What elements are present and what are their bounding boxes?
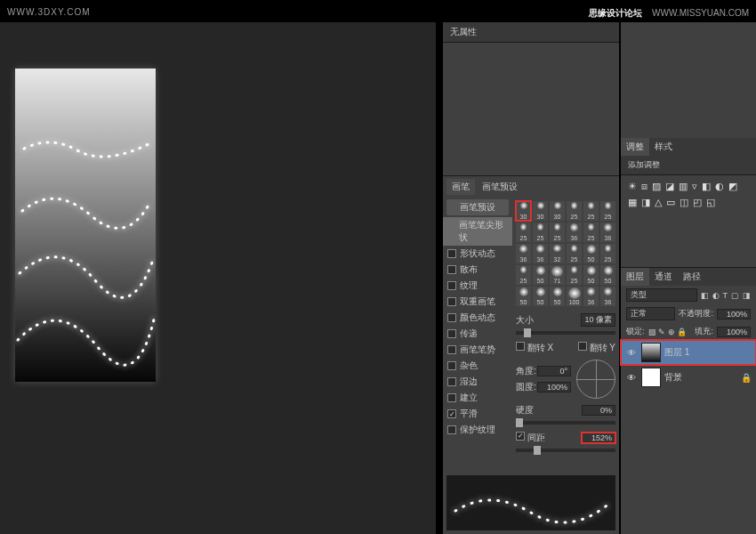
brush-option[interactable]: 保护纹理 xyxy=(443,422,512,438)
flipy-checkbox[interactable] xyxy=(578,342,587,351)
option-checkbox[interactable] xyxy=(447,281,456,290)
option-checkbox[interactable] xyxy=(447,361,456,370)
brush-tip-cell[interactable]: 50 xyxy=(533,265,548,285)
angle-value[interactable]: 0° xyxy=(537,366,571,376)
option-checkbox[interactable] xyxy=(447,409,456,418)
brush-tip-cell[interactable]: 30 xyxy=(550,201,565,221)
tab-adjustments[interactable]: 调整 xyxy=(621,138,649,156)
brush-tip-cell[interactable]: 25 xyxy=(516,222,531,242)
brush-tip-cell[interactable]: 25 xyxy=(533,222,548,242)
brush-tip-cell[interactable]: 36 xyxy=(516,244,531,263)
adjustment-icon[interactable]: ◨ xyxy=(641,197,650,208)
brush-tip-cell[interactable]: 50 xyxy=(533,287,548,306)
hardness-slider[interactable] xyxy=(516,421,615,425)
adjustment-icon[interactable]: ▦ xyxy=(628,197,637,208)
adjustment-icon[interactable]: ◩ xyxy=(728,181,737,192)
layer-filter-kind[interactable]: 类型 xyxy=(626,288,697,302)
filter-icon[interactable]: T xyxy=(723,291,728,300)
tab-paths[interactable]: 路径 xyxy=(678,268,706,286)
spacing-value[interactable]: 152% xyxy=(582,433,615,443)
brush-tip-cell[interactable]: 25 xyxy=(567,265,582,285)
brush-tip-cell[interactable]: 36 xyxy=(600,287,615,306)
adjustment-icon[interactable]: △ xyxy=(655,197,662,208)
spacing-slider[interactable] xyxy=(516,449,615,452)
adjustment-icon[interactable]: ☀ xyxy=(628,181,637,192)
option-checkbox[interactable] xyxy=(447,313,456,322)
brush-preset-button[interactable]: 画笔预设 xyxy=(446,199,509,215)
blend-mode-select[interactable]: 正常 xyxy=(626,307,675,320)
option-checkbox[interactable] xyxy=(447,425,456,434)
brush-option[interactable]: 画笔笔尖形状 xyxy=(443,217,512,246)
layer-thumbnail[interactable] xyxy=(641,368,661,387)
size-value[interactable]: 10 像素 xyxy=(581,313,615,327)
brush-tip-cell[interactable]: 25 xyxy=(550,222,565,242)
filter-icon[interactable]: ◧ xyxy=(701,291,709,300)
brush-tip-cell[interactable]: 30 xyxy=(533,201,548,221)
layer-row-1[interactable]: 👁 图层 1 xyxy=(621,340,756,365)
brush-tip-cell[interactable]: 36 xyxy=(583,287,599,306)
adjustment-icon[interactable]: ◰ xyxy=(693,197,702,208)
option-checkbox[interactable] xyxy=(447,329,456,338)
adjustment-icon[interactable]: ◐ xyxy=(715,181,724,192)
layer-thumbnail[interactable] xyxy=(641,343,661,362)
brush-tip-cell[interactable]: 36 xyxy=(567,222,582,242)
size-slider[interactable]: .slider::after{left:var(--p,0)} xyxy=(516,331,615,335)
lock-icons[interactable]: ▧ ✎ ⊕ 🔒 xyxy=(648,328,688,336)
visibility-icon[interactable]: 👁 xyxy=(625,373,638,383)
option-checkbox[interactable] xyxy=(447,297,456,306)
adjustment-icon[interactable]: ◪ xyxy=(665,181,674,192)
document-canvas[interactable] xyxy=(15,69,156,382)
brush-tip-cell[interactable]: 50 xyxy=(583,265,599,285)
option-checkbox[interactable] xyxy=(447,249,456,258)
brush-tip-cell[interactable]: 50 xyxy=(550,287,565,306)
opacity-value[interactable]: 100% xyxy=(717,309,751,320)
brush-tip-cell[interactable]: 25 xyxy=(583,222,599,242)
adjustment-icon[interactable]: ⧇ xyxy=(641,181,647,192)
tab-channels[interactable]: 通道 xyxy=(649,268,678,286)
brush-tip-cell[interactable]: 32 xyxy=(550,244,565,263)
layer-name[interactable]: 背景 xyxy=(664,371,682,384)
brush-option[interactable]: 形状动态 xyxy=(443,246,512,262)
brush-tip-cell[interactable]: 25 xyxy=(600,201,615,221)
adjustment-icon[interactable]: ▿ xyxy=(692,181,697,192)
filter-icon[interactable]: ▢ xyxy=(731,291,739,300)
tab-brush-presets[interactable]: 画笔预设 xyxy=(477,179,523,195)
brush-tip-cell[interactable]: 25 xyxy=(567,244,582,263)
brush-tip-cell[interactable]: 36 xyxy=(600,222,615,242)
brush-option[interactable]: 杂色 xyxy=(443,358,512,374)
spacing-checkbox[interactable] xyxy=(516,432,525,441)
angle-dial[interactable] xyxy=(576,360,615,399)
filter-icon[interactable]: ◐ xyxy=(712,291,720,300)
visibility-icon[interactable]: 👁 xyxy=(625,348,638,358)
layer-name[interactable]: 图层 1 xyxy=(664,346,689,359)
fill-value[interactable]: 100% xyxy=(717,327,751,337)
brush-tip-cell[interactable]: 25 xyxy=(600,244,615,263)
option-checkbox[interactable] xyxy=(447,345,456,354)
layer-row-background[interactable]: 👁 背景 🔒 xyxy=(621,365,756,390)
hardness-value[interactable]: 0% xyxy=(582,405,615,416)
properties-panel-header[interactable]: 无属性 xyxy=(443,22,619,43)
brush-option[interactable]: 传递 xyxy=(443,326,512,342)
brush-option[interactable]: 散布 xyxy=(443,262,512,278)
canvas-workspace[interactable] xyxy=(0,22,436,534)
option-checkbox[interactable] xyxy=(447,393,456,402)
brush-option[interactable]: 建立 xyxy=(443,390,512,406)
flipx-checkbox[interactable] xyxy=(516,342,525,351)
adjustment-icon[interactable]: ▥ xyxy=(679,181,688,192)
brush-tip-cell[interactable]: 50 xyxy=(516,287,531,306)
brush-tip-cell[interactable]: 25 xyxy=(516,265,531,285)
adjustment-icon[interactable]: ◱ xyxy=(706,197,715,208)
adjustment-icon[interactable]: ◧ xyxy=(702,181,711,192)
adjustment-icon[interactable]: ▭ xyxy=(666,197,675,208)
brush-tip-cell[interactable]: 50 xyxy=(583,244,599,263)
tab-styles[interactable]: 样式 xyxy=(649,138,678,156)
roundness-value[interactable]: 100% xyxy=(537,382,571,392)
brush-option[interactable]: 画笔笔势 xyxy=(443,342,512,358)
brush-tip-cell[interactable]: 100 xyxy=(567,287,582,306)
brush-option[interactable]: 平滑 xyxy=(443,406,512,422)
brush-tip-cell[interactable]: 25 xyxy=(583,201,599,221)
option-checkbox[interactable] xyxy=(447,377,456,386)
brush-option[interactable]: 纹理 xyxy=(443,278,512,294)
option-checkbox[interactable] xyxy=(447,265,456,274)
brush-option[interactable]: 颜色动态 xyxy=(443,310,512,326)
